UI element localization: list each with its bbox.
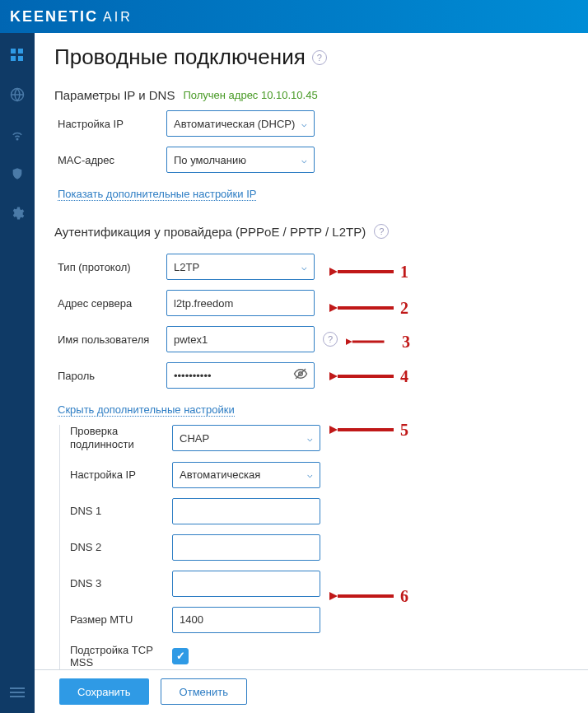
brand-thin: AIR: [103, 10, 133, 25]
dashboard-icon[interactable]: [10, 48, 25, 63]
auth-check-label: Проверка подлинности: [60, 425, 172, 452]
ip2-select[interactable]: Автоматическая ⌵: [172, 462, 320, 488]
username-input[interactable]: [166, 326, 315, 352]
dns3-input[interactable]: [172, 571, 320, 597]
chevron-down-icon: ⌵: [307, 433, 313, 444]
server-input[interactable]: [166, 290, 315, 316]
auth-section-title: Аутентификация у провайдера (PPPoE / PPT…: [54, 224, 568, 239]
dns3-label: DNS 3: [60, 577, 172, 590]
brand-bold: KEENETIC: [10, 8, 98, 26]
username-label: Имя пользователя: [54, 333, 166, 346]
page-title-text: Проводные подключения: [54, 44, 306, 70]
mac-label: MAC-адрес: [54, 154, 166, 166]
hide-advanced-link[interactable]: Скрыть дополнительные настройки: [58, 403, 235, 417]
svg-rect-3: [18, 56, 23, 61]
cancel-button[interactable]: Отменить: [161, 678, 247, 705]
help-icon[interactable]: ?: [323, 332, 338, 347]
help-icon[interactable]: ?: [374, 224, 389, 239]
mtu-label: Размер MTU: [60, 613, 172, 626]
ip-status-text: Получен адрес 10.10.10.45: [183, 89, 317, 101]
chevron-down-icon: ⌵: [301, 155, 307, 165]
protocol-select[interactable]: L2TP ⌵: [166, 254, 315, 280]
svg-rect-1: [18, 49, 23, 54]
show-advanced-ip-link[interactable]: Показать дополнительные настройки IP: [58, 188, 256, 201]
menu-icon[interactable]: [10, 685, 25, 700]
svg-rect-0: [11, 49, 16, 54]
auth-check-select[interactable]: CHAP ⌵: [172, 425, 320, 451]
mac-value: По умолчанию: [174, 154, 246, 166]
ip2-value: Автоматическая: [180, 468, 260, 481]
mtu-input[interactable]: [172, 607, 320, 633]
dns1-input[interactable]: [172, 498, 320, 524]
help-icon[interactable]: ?: [312, 50, 327, 65]
server-label: Адрес сервера: [54, 297, 166, 310]
footer-bar: Сохранить Отменить: [35, 669, 588, 713]
svg-rect-2: [11, 56, 16, 61]
tcpmss-checkbox[interactable]: [172, 648, 189, 664]
wifi-icon[interactable]: [10, 127, 25, 142]
ip-config-select[interactable]: Автоматическая (DHCP) ⌵: [166, 110, 315, 137]
password-input[interactable]: [166, 362, 315, 389]
shield-icon[interactable]: [10, 166, 25, 181]
chevron-down-icon: ⌵: [307, 469, 313, 480]
app-header: KEENETIC AIR: [0, 0, 588, 33]
protocol-value: L2TP: [174, 261, 199, 273]
save-button[interactable]: Сохранить: [59, 678, 149, 705]
ip2-label: Настройка IP: [60, 468, 172, 481]
password-label: Пароль: [54, 370, 166, 382]
gear-icon[interactable]: [10, 206, 25, 221]
ip-config-value: Автоматическая (DHCP): [174, 118, 295, 130]
auth-title-text: Аутентификация у провайдера (PPPoE / PPT…: [54, 225, 366, 239]
ip-section-title: Параметры IP и DNS Получен адрес 10.10.1…: [54, 88, 568, 102]
chevron-down-icon: ⌵: [301, 262, 307, 273]
dns2-input[interactable]: [172, 534, 320, 561]
ip-config-label: Настройка IP: [54, 118, 166, 130]
dns2-label: DNS 2: [60, 541, 172, 553]
globe-icon[interactable]: [10, 87, 25, 102]
brand-logo: KEENETIC AIR: [10, 8, 133, 26]
eye-icon[interactable]: [293, 366, 308, 384]
sidebar: [0, 33, 35, 713]
page-title: Проводные подключения ?: [54, 44, 568, 70]
mac-select[interactable]: По умолчанию ⌵: [166, 147, 315, 173]
svg-point-6: [16, 138, 18, 140]
auth-check-value: CHAP: [180, 432, 209, 445]
tcpmss-label: Подстройка TCP MSS: [60, 644, 172, 669]
main-content: Проводные подключения ? Параметры IP и D…: [35, 33, 588, 713]
protocol-label: Тип (протокол): [54, 261, 166, 273]
ip-section-label: Параметры IP и DNS: [54, 88, 175, 102]
chevron-down-icon: ⌵: [301, 119, 307, 129]
dns1-label: DNS 1: [60, 505, 172, 517]
